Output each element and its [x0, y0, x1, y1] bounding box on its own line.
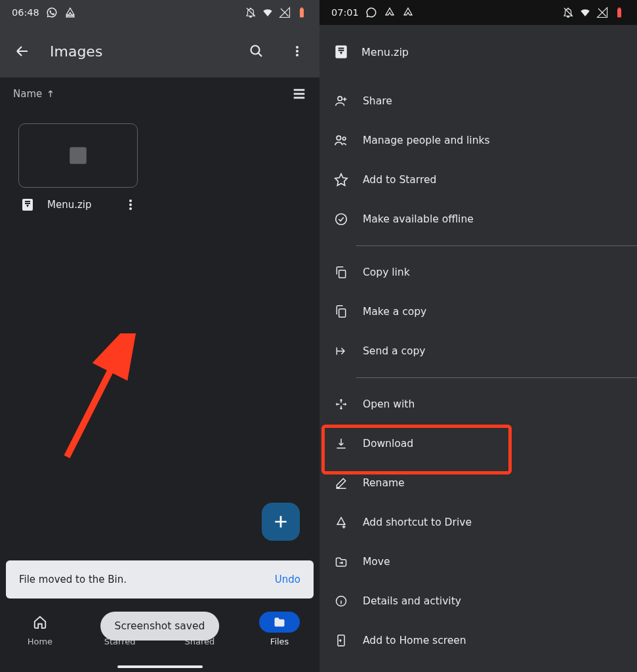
- folder-icon: [272, 616, 287, 629]
- download-icon: [334, 436, 348, 451]
- menu-offline[interactable]: Make available offline: [319, 200, 637, 239]
- menu-details[interactable]: Details and activity: [319, 581, 637, 621]
- sort-toggle[interactable]: Name: [13, 88, 55, 100]
- sheet-header: Menu.zip: [319, 29, 637, 75]
- app-bar: Images: [0, 25, 319, 77]
- menu-add-shortcut[interactable]: Add shortcut to Drive: [319, 503, 637, 542]
- wifi-icon: [262, 7, 274, 18]
- snackbar: File moved to the Bin. Undo: [6, 560, 314, 598]
- nav-label: Files: [270, 637, 289, 646]
- menu-label: Add to Home screen: [363, 635, 466, 646]
- file-more-button[interactable]: [125, 199, 136, 211]
- whatsapp-icon: [46, 7, 58, 18]
- menu-label: Share: [363, 95, 392, 107]
- snackbar-action-undo[interactable]: Undo: [275, 574, 300, 585]
- svg-point-20: [336, 214, 347, 225]
- fab-new[interactable]: [262, 503, 300, 541]
- svg-rect-0: [300, 9, 304, 18]
- back-button[interactable]: [9, 38, 35, 64]
- drive-icon: [384, 7, 396, 18]
- menu-open-with[interactable]: Open with: [319, 385, 637, 424]
- menu-divider: [356, 245, 637, 246]
- bottom-nav: Home Starred Shared Files Screenshot sav…: [0, 598, 319, 672]
- menu-label: Details and activity: [363, 595, 461, 607]
- signal-icon: [279, 7, 291, 18]
- menu-add-home-screen[interactable]: Add to Home screen: [319, 621, 637, 660]
- menu-label: Rename: [363, 477, 405, 489]
- svg-rect-13: [619, 8, 621, 9]
- menu-share[interactable]: Share: [319, 81, 637, 121]
- menu-move[interactable]: Move: [319, 542, 637, 581]
- folder-move-icon: [334, 555, 348, 569]
- nav-files[interactable]: Files: [239, 612, 319, 672]
- menu-label: Move: [363, 556, 390, 568]
- more-button[interactable]: [284, 38, 310, 64]
- search-button[interactable]: [243, 38, 270, 64]
- nav-home[interactable]: Home: [0, 612, 80, 672]
- dnd-icon: [245, 7, 257, 18]
- info-icon: [334, 594, 348, 608]
- menu-add-starred[interactable]: Add to Starred: [319, 160, 637, 200]
- people-icon: [334, 133, 348, 148]
- page-title: Images: [50, 43, 229, 60]
- archive-file-icon: [333, 43, 350, 60]
- annotation-arrow: [59, 333, 144, 465]
- menu-make-copy[interactable]: Make a copy: [319, 292, 637, 331]
- battery-icon: [613, 7, 625, 18]
- offline-icon: [334, 212, 348, 226]
- file-name: Menu.zip: [47, 199, 113, 211]
- svg-rect-21: [339, 270, 346, 278]
- archive-file-icon: [20, 197, 35, 213]
- menu-send-copy[interactable]: Send a copy: [319, 331, 637, 371]
- sort-label: Name: [13, 88, 42, 100]
- svg-rect-5: [294, 97, 305, 99]
- list-view-icon: [292, 87, 306, 101]
- svg-rect-4: [294, 93, 305, 95]
- menu-download[interactable]: Download: [319, 424, 637, 463]
- svg-point-19: [342, 137, 346, 140]
- star-icon: [334, 173, 348, 187]
- status-time: 06:48: [12, 7, 39, 18]
- copy-icon: [334, 265, 348, 280]
- drive-icon: [64, 7, 76, 18]
- arrow-up-icon: [46, 89, 55, 98]
- menu-label: Download: [363, 438, 413, 450]
- menu-rename[interactable]: Rename: [319, 463, 637, 503]
- menu-label: Open with: [363, 398, 415, 410]
- menu-label: Make available offline: [363, 213, 474, 225]
- svg-point-2: [251, 46, 260, 54]
- drive-add-icon: [334, 515, 348, 530]
- status-bar: 07:01: [319, 0, 637, 25]
- file-grid: Menu.zip: [0, 110, 319, 546]
- screen-drive-folder: 06:48 Images Name: [0, 0, 319, 672]
- svg-rect-12: [617, 9, 621, 18]
- sheet-file-name: Menu.zip: [361, 46, 409, 58]
- svg-point-17: [338, 96, 342, 100]
- menu-label: Copy link: [363, 266, 410, 278]
- add-home-icon: [334, 633, 348, 648]
- view-toggle[interactable]: [292, 87, 306, 101]
- file-entry[interactable]: Menu.zip: [18, 188, 138, 222]
- plus-icon: [272, 513, 289, 530]
- home-icon: [33, 615, 47, 629]
- svg-rect-8: [25, 203, 30, 204]
- menu-copy-link[interactable]: Copy link: [319, 253, 637, 292]
- file-thumbnail[interactable]: [18, 123, 138, 188]
- snackbar-message: File moved to the Bin.: [19, 574, 275, 585]
- menu-label: Send a copy: [363, 345, 425, 357]
- send-icon: [334, 344, 348, 358]
- menu-manage-people[interactable]: Manage people and links: [319, 121, 637, 160]
- svg-rect-16: [339, 50, 344, 51]
- svg-line-9: [67, 343, 125, 457]
- wifi-icon: [579, 7, 591, 18]
- toast-screenshot-saved: Screenshot saved: [100, 612, 220, 640]
- svg-rect-1: [301, 8, 303, 9]
- svg-rect-22: [339, 309, 346, 318]
- whatsapp-icon: [365, 7, 377, 18]
- screen-context-menu: 07:01 Menu.zip Share Manage people and l…: [319, 0, 637, 672]
- sort-bar: Name: [0, 77, 319, 110]
- nav-label: Home: [28, 637, 52, 646]
- signal-icon: [596, 7, 608, 18]
- status-bar: 06:48: [0, 0, 319, 25]
- menu-label: Add shortcut to Drive: [363, 516, 472, 528]
